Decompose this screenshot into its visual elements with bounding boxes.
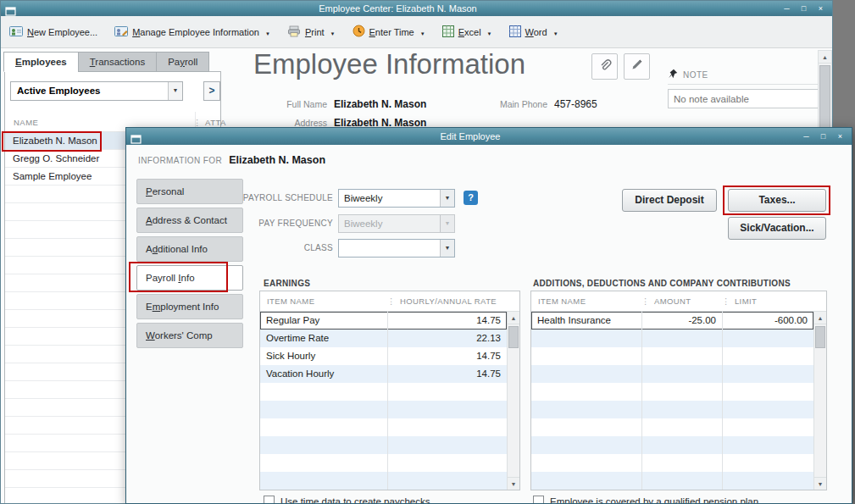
table-scrollbar[interactable]: [813, 312, 826, 490]
help-icon[interactable]: [464, 191, 478, 205]
nav-tab-label: Address & Contact: [146, 215, 227, 225]
tab[interactable]: Payroll: [156, 52, 209, 72]
class-label: CLASS: [236, 243, 333, 252]
dropdown-value: Biweekly: [344, 193, 382, 203]
new-employee-button[interactable]: New Employee...: [9, 25, 97, 39]
item-name-cell: Sick Hourly: [260, 347, 387, 365]
edit-employee-window: Edit Employee ─ □ × INFORMATION FOREliza…: [125, 127, 852, 504]
tab-label: Payroll: [168, 57, 197, 67]
enter-time-button[interactable]: Enter Time: [353, 25, 425, 39]
nav-tab[interactable]: Employment Info: [136, 294, 243, 319]
earnings-row[interactable]: Regular Pay 14.75: [260, 312, 507, 330]
table-scrollbar[interactable]: [507, 312, 519, 490]
column-header: LIMIT: [722, 296, 826, 306]
pencil-icon: [630, 58, 643, 75]
nav-tab[interactable]: Additional Info: [136, 236, 243, 262]
attachments-button[interactable]: [591, 53, 618, 80]
note-field[interactable]: [668, 89, 829, 108]
nav-tab[interactable]: Personal: [136, 179, 243, 204]
scrollbar-thumb[interactable]: [508, 326, 519, 348]
tab[interactable]: Employees: [3, 52, 79, 72]
taxes-button[interactable]: Taxes...: [728, 189, 826, 212]
employee-name: Elizabeth N. Mason: [13, 136, 97, 146]
window-icon: [5, 4, 16, 14]
minimize-button[interactable]: ─: [799, 131, 813, 142]
close-button[interactable]: ×: [813, 3, 828, 14]
toolbar-label: Enter Time: [369, 27, 414, 37]
filter-value: Active Employees: [17, 86, 100, 96]
full-name-field: Full Name Elizabeth N. Mason: [280, 98, 426, 110]
class-dropdown[interactable]: [338, 239, 455, 258]
scroll-up-icon[interactable]: [814, 312, 826, 324]
tab[interactable]: Transactions: [78, 52, 157, 72]
item-name-cell: Regular Pay: [260, 312, 387, 330]
scrollbar-thumb[interactable]: [815, 326, 825, 348]
close-button[interactable]: ×: [833, 131, 847, 142]
payroll-schedule-dropdown[interactable]: Biweekly: [338, 189, 455, 208]
earnings-row[interactable]: Overtime Rate 22.13: [260, 330, 507, 347]
pushpin-icon: [668, 69, 678, 80]
nav-tab-label: Employment Info: [146, 302, 219, 312]
scroll-down-icon[interactable]: [814, 477, 826, 490]
earnings-table-header: ITEM NAME HOURLY/ANNUAL RATE: [260, 291, 519, 312]
direct-deposit-button[interactable]: Direct Deposit: [622, 189, 717, 212]
empty-rows: [260, 383, 507, 490]
checkbox[interactable]: [533, 496, 544, 504]
nav-tab-label: Payroll Info: [146, 273, 195, 283]
toolbar: New Employee... Manage Employee Informat…: [1, 16, 832, 48]
payroll-schedule-label: PAYROLL SCHEDULE: [236, 193, 333, 202]
scrollbar-thumb[interactable]: [819, 65, 830, 131]
sick-vacation-button[interactable]: Sick/Vacation...: [728, 217, 826, 240]
rate-cell: 14.75: [387, 312, 507, 330]
column-header: HOURLY/ANNUAL RATE: [387, 296, 519, 306]
minimize-button[interactable]: ─: [780, 3, 794, 14]
excel-button[interactable]: Excel: [442, 25, 492, 39]
edit-employee-button[interactable]: [624, 53, 650, 80]
earnings-table: ITEM NAME HOURLY/ANNUAL RATE Regular Pay…: [259, 291, 520, 490]
window-title: Employee Center: Elizabeth N. Mason: [16, 3, 780, 14]
pay-frequency-dropdown: Biweekly: [338, 214, 455, 233]
note-title: NOTE: [683, 70, 708, 80]
additions-row[interactable]: Health Insurance -25.00 -600.00: [531, 312, 813, 330]
nav-tab[interactable]: Payroll Info: [136, 265, 243, 291]
information-for-label: INFORMATION FOR: [138, 156, 222, 165]
maximize-button[interactable]: □: [797, 3, 811, 14]
earnings-row[interactable]: Vacation Hourly 14.75: [260, 365, 507, 383]
nav-tab-label: Additional Info: [146, 244, 208, 254]
word-button[interactable]: Word: [509, 25, 558, 39]
employee-center-titlebar: Employee Center: Elizabeth N. Mason ─ □ …: [1, 1, 832, 16]
checkbox[interactable]: [264, 496, 275, 504]
empty-rows: [531, 330, 813, 490]
amount-cell: -25.00: [641, 312, 722, 330]
employee-name: Elizabeth N. Mason: [229, 154, 325, 166]
maximize-button[interactable]: □: [816, 131, 830, 142]
chevron-down-icon: [329, 27, 336, 37]
chevron-down-icon: [486, 27, 492, 37]
desktop: Employee Center: Elizabeth N. Mason ─ □ …: [0, 0, 855, 504]
scroll-up-icon[interactable]: [819, 51, 831, 64]
earnings-row[interactable]: Sick Hourly 14.75: [260, 347, 507, 365]
pension-plan-checkbox-row: Employee is covered by a qualified pensi…: [533, 496, 758, 504]
nav-tab-label: Personal: [146, 186, 184, 197]
field-value: 457-8965: [554, 98, 597, 110]
active-employees-dropdown[interactable]: Active Employees: [10, 81, 183, 101]
information-for: INFORMATION FORElizabeth N. Mason: [138, 154, 325, 166]
scroll-down-icon[interactable]: [508, 477, 519, 490]
checkbox-label: Use time data to create paychecks: [280, 496, 430, 504]
column-header: ITEM NAME: [260, 296, 387, 306]
nav-tab[interactable]: Workers' Comp: [136, 323, 243, 348]
toolbar-label: Excel: [458, 27, 481, 37]
field-label: Full Name: [280, 99, 327, 109]
limit-cell: -600.00: [722, 312, 813, 330]
window-icon: [130, 132, 142, 141]
print-button[interactable]: Print: [287, 25, 336, 39]
chevron-down-icon: [440, 190, 454, 207]
chevron-down-icon: [264, 27, 270, 37]
nav-tab[interactable]: Address & Contact: [136, 208, 243, 233]
additions-table: ITEM NAME AMOUNT LIMIT Health Insurance …: [530, 291, 827, 490]
expand-panel-button[interactable]: >: [203, 81, 220, 101]
column-header-name[interactable]: NAME: [14, 118, 38, 127]
note-header: NOTE: [668, 69, 708, 80]
scroll-up-icon[interactable]: [508, 312, 519, 324]
manage-employee-information-button[interactable]: Manage Employee Information: [114, 25, 270, 39]
